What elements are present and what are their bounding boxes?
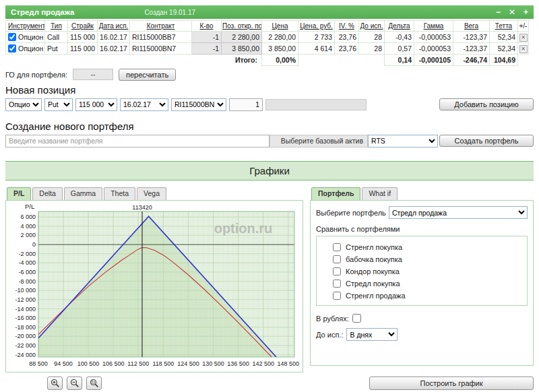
column-header[interactable]: До исп. (359, 21, 385, 32)
instrument-label: Опцион (18, 33, 43, 41)
column-header[interactable]: Дата исп. (98, 21, 130, 32)
totals-vega: -246,74 (453, 55, 490, 66)
compare-option[interactable]: Стренгл продажа (317, 290, 527, 302)
cell: -123,37 (453, 43, 490, 55)
cell: ✕ (518, 43, 529, 55)
tab-theta[interactable]: Theta (104, 187, 135, 200)
compare-option-label: Кондор покупка (346, 267, 400, 275)
tab-gamma[interactable]: Gamma (64, 187, 102, 200)
column-header[interactable]: IV. % (335, 21, 359, 32)
column-header[interactable]: Цена, руб. (298, 21, 335, 32)
zoom-out-icon (70, 379, 80, 388)
remove-position-button[interactable]: ✕ (519, 34, 528, 42)
tab-vega[interactable]: Vega (137, 187, 166, 200)
svg-text:148 500: 148 500 (277, 360, 299, 367)
tab-what-if[interactable]: What if (362, 187, 398, 200)
column-header[interactable]: Контракт (130, 21, 192, 32)
cell: RI115000BB7 (130, 32, 192, 43)
minimize-icon[interactable]: − (496, 8, 501, 16)
tab-портфель[interactable]: Портфель (311, 187, 360, 200)
compare-option[interactable]: бабочка покупка (317, 253, 527, 265)
positions-body: ОпционCall115 00016.02.17RI115000BB7-12 … (6, 32, 529, 55)
add-icon[interactable]: + (524, 8, 528, 16)
cell: 16.02.17 (98, 32, 130, 43)
column-header[interactable]: Тетта (490, 21, 518, 32)
svg-text:-14 000: -14 000 (15, 306, 36, 313)
column-header[interactable]: Поз. откр. по (222, 21, 262, 32)
cell: Call (45, 32, 68, 43)
cell: -0,000053 (414, 32, 453, 43)
zoom-out-button[interactable] (67, 377, 82, 390)
column-header[interactable]: Дельта (385, 21, 414, 32)
column-header[interactable]: Гамма (414, 21, 453, 32)
create-portfolio-button[interactable]: Создать портфель (439, 135, 534, 147)
close-icon[interactable]: ✕ (509, 8, 515, 16)
compare-label: Сравнить с портфелями (316, 225, 528, 233)
compare-option[interactable]: Кондор покупка (317, 265, 527, 277)
days-select[interactable]: В днях (346, 328, 398, 341)
cell: 2 280,00 (222, 32, 262, 43)
rubles-checkbox[interactable] (352, 314, 361, 323)
cell: Опцион (6, 32, 45, 43)
cell: 52,34 (490, 32, 518, 43)
expiration-select[interactable]: 16.02.17 (120, 98, 168, 111)
svg-text:94 500: 94 500 (54, 360, 73, 367)
svg-text:-10 000: -10 000 (15, 287, 36, 294)
svg-text:-6 000: -6 000 (18, 269, 36, 275)
app: Стредл продажа Создан 19.01.17 − ✕ + Инс… (0, 0, 539, 392)
cell: RI115000BN7 (130, 43, 192, 55)
cell: 4 614 (298, 43, 335, 55)
column-header[interactable]: Тип (45, 21, 68, 32)
compare-option[interactable]: Стренгл покупка (317, 241, 527, 253)
svg-text:100 500: 100 500 (77, 360, 100, 367)
days-label: До исп.: (316, 331, 343, 339)
strike-select[interactable]: 115 000 (75, 98, 117, 111)
compare-checkbox[interactable] (333, 267, 341, 275)
cell: 0,57 (385, 43, 414, 55)
compare-checkbox[interactable] (333, 280, 341, 288)
select-portfolio-label: Выберите портфель (316, 209, 389, 217)
tab-delta[interactable]: Delta (32, 187, 63, 200)
new-portfolio-heading: Создание нового портфеля (5, 121, 534, 132)
remove-position-button[interactable]: ✕ (519, 45, 528, 53)
totals-gamma: -0,000105 (414, 55, 453, 66)
disabled-field (265, 99, 367, 110)
position-enabled-checkbox[interactable] (8, 44, 16, 53)
zoom-in-button[interactable] (47, 377, 63, 390)
svg-text:124 500: 124 500 (177, 360, 199, 367)
column-header[interactable]: Инструмент (6, 21, 45, 32)
quantity-input[interactable] (229, 98, 263, 111)
svg-text:6 000: 6 000 (20, 214, 36, 220)
zoom-selection-button[interactable] (86, 377, 102, 390)
cell: 115 000 (68, 43, 98, 55)
base-asset-label: Выберите базовый актив (270, 135, 368, 148)
new-position-heading: Новая позиция (5, 84, 534, 96)
cell: -1 (192, 32, 222, 43)
contract-select[interactable]: RI115000BN7 (171, 98, 226, 111)
compare-option[interactable]: Стредл покупка (317, 277, 527, 290)
instrument-select[interactable]: Опцион (5, 98, 42, 111)
cell: 3 850,00 (262, 43, 298, 55)
add-position-button[interactable]: Добавить позицию (439, 98, 534, 110)
compare-checkbox[interactable] (333, 255, 341, 263)
recalculate-button[interactable]: пересчитать (119, 69, 176, 81)
position-enabled-checkbox[interactable] (8, 33, 16, 41)
option-type-select[interactable]: Put (44, 98, 73, 111)
svg-text:88 500: 88 500 (29, 360, 48, 367)
portfolio-select[interactable]: Стредл продажа (389, 206, 528, 219)
column-header[interactable]: Вега (453, 21, 490, 32)
cell: 2 280,00 (262, 32, 298, 43)
zoom-selection-icon (90, 379, 99, 388)
build-chart-button[interactable]: Построить график (369, 377, 534, 390)
base-asset-select[interactable]: RTS (368, 135, 438, 148)
column-header[interactable]: Цена (262, 21, 298, 32)
column-header[interactable]: Страйк (68, 21, 98, 32)
portfolio-name-input[interactable] (5, 135, 270, 148)
compare-checkbox[interactable] (333, 292, 341, 300)
column-header[interactable]: К-во (192, 21, 222, 32)
position-row: ОпционPut115 00016.02.17RI115000BN7-13 8… (6, 43, 529, 55)
cell: ✕ (518, 32, 529, 43)
go-label: ГО для портфеля: (5, 71, 67, 79)
compare-checkbox[interactable] (333, 243, 341, 251)
tab-p-l[interactable]: P/L (7, 187, 31, 200)
